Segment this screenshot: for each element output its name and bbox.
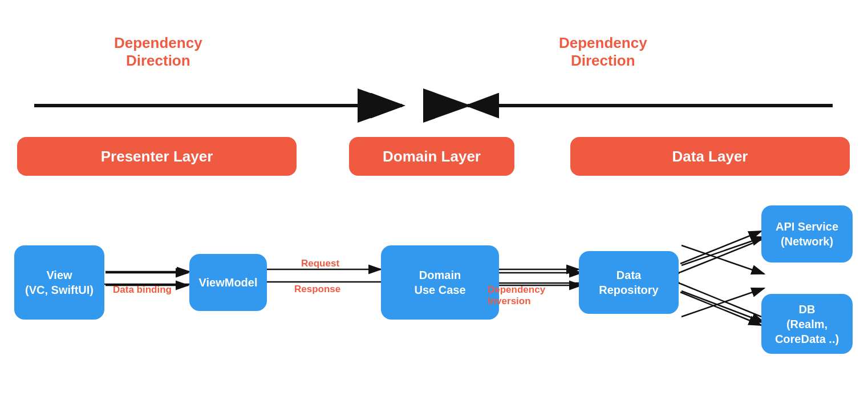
svg-line-27 <box>680 240 761 272</box>
data-repository-label: DataRepository <box>599 268 658 297</box>
dep-direction-right-label: Dependency Direction <box>559 34 647 70</box>
api-service-label: API Service(Network) <box>776 219 838 249</box>
domain-layer-label: Domain Layer <box>383 148 481 165</box>
view-component-box: View(VC, SwiftUI) <box>14 245 104 320</box>
svg-line-10 <box>682 237 764 265</box>
svg-line-28 <box>680 292 761 325</box>
domain-use-case-label: DomainUse Case <box>414 268 465 297</box>
svg-line-11 <box>682 291 764 322</box>
data-binding-label: Data binding <box>113 284 172 296</box>
presenter-layer-box: Presenter Layer <box>17 137 297 176</box>
svg-line-29 <box>680 284 761 317</box>
presenter-layer-label: Presenter Layer <box>101 148 213 165</box>
view-label: View(VC, SwiftUI) <box>25 268 94 297</box>
data-repository-box: DataRepository <box>579 251 679 314</box>
api-service-box: API Service(Network) <box>761 205 853 262</box>
data-layer-box: Data Layer <box>570 137 850 176</box>
svg-line-12 <box>682 245 764 274</box>
dep-direction-left-label: Dependency Direction <box>114 34 202 70</box>
svg-line-26 <box>680 231 761 264</box>
viewmodel-label: ViewModel <box>199 275 258 290</box>
svg-line-13 <box>682 288 764 317</box>
dependency-inversion-label: Dependency Inversion <box>488 284 545 307</box>
domain-layer-box: Domain Layer <box>349 137 514 176</box>
request-label: Request <box>301 258 339 269</box>
db-box: DB(Realm,CoreData ..) <box>761 294 853 354</box>
domain-use-case-box: DomainUse Case <box>381 245 499 320</box>
response-label: Response <box>294 284 340 295</box>
viewmodel-component-box: ViewModel <box>189 254 267 311</box>
db-label: DB(Realm,CoreData ..) <box>775 302 839 346</box>
diagram-container: Dependency Direction Dependency Directio… <box>0 0 868 420</box>
data-layer-label: Data Layer <box>672 148 748 165</box>
